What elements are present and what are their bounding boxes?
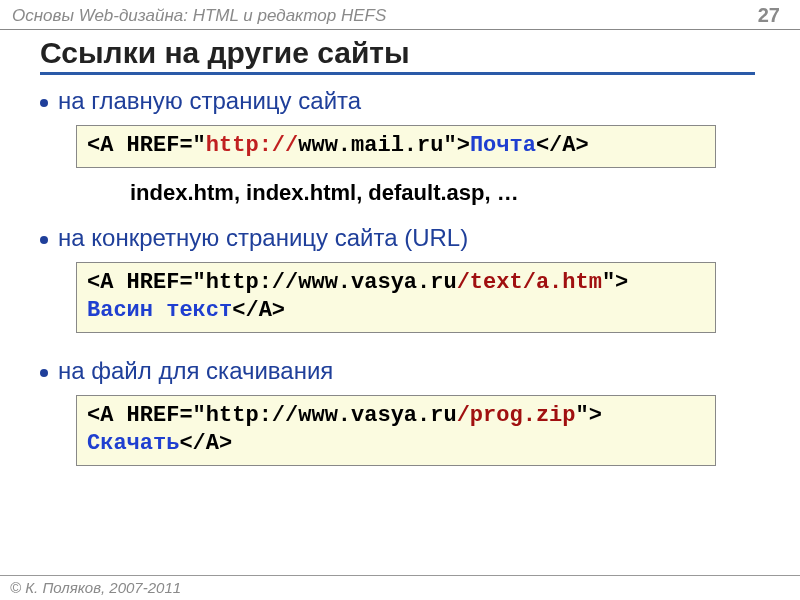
bullet-1: на главную страницу сайта bbox=[40, 87, 770, 115]
code3-p5: </A> bbox=[179, 431, 232, 456]
code1-protocol: http:// bbox=[206, 133, 298, 158]
page-number: 27 bbox=[758, 4, 780, 27]
header-bar: Основы Web-дизайна: HTML и редактор HEFS… bbox=[0, 0, 800, 30]
code2-p5: </A> bbox=[232, 298, 285, 323]
code-block-2: <A HREF="http://www.vasya.ru/text/a.htm"… bbox=[76, 262, 716, 333]
code3-path: /prog.zip bbox=[457, 403, 576, 428]
code2-path: /text/a.htm bbox=[457, 270, 602, 295]
code2-p1: <A HREF="http://www.vasya.ru bbox=[87, 270, 457, 295]
code2-linktext: Васин текст bbox=[87, 298, 232, 323]
code3-p3: "> bbox=[576, 403, 602, 428]
bullet-2-text: на конкретную страницу сайта (URL) bbox=[58, 224, 468, 252]
note-default-pages: index.htm, index.html, default.asp, … bbox=[130, 180, 770, 206]
slide-title: Ссылки на другие сайты bbox=[40, 36, 755, 75]
bullet-dot-icon bbox=[40, 99, 48, 107]
code1-p1: <A HREF=" bbox=[87, 133, 206, 158]
code1-linktext: Почта bbox=[470, 133, 536, 158]
code2-p3: "> bbox=[602, 270, 628, 295]
code3-linktext: Скачать bbox=[87, 431, 179, 456]
bullet-dot-icon bbox=[40, 236, 48, 244]
footer-divider bbox=[0, 575, 800, 576]
code3-p1: <A HREF="http://www.vasya.ru bbox=[87, 403, 457, 428]
bullet-2: на конкретную страницу сайта (URL) bbox=[40, 224, 770, 252]
slide-content: на главную страницу сайта <A HREF="http:… bbox=[0, 75, 800, 466]
course-title: Основы Web-дизайна: HTML и редактор HEFS bbox=[12, 6, 386, 26]
copyright-footer: © К. Поляков, 2007-2011 bbox=[10, 579, 181, 596]
code1-p3: www.mail.ru"> bbox=[298, 133, 470, 158]
code-block-3: <A HREF="http://www.vasya.ru/prog.zip"> … bbox=[76, 395, 716, 466]
code1-p5: </A> bbox=[536, 133, 589, 158]
bullet-3-text: на файл для скачивания bbox=[58, 357, 333, 385]
bullet-3: на файл для скачивания bbox=[40, 357, 770, 385]
bullet-1-text: на главную страницу сайта bbox=[58, 87, 361, 115]
bullet-dot-icon bbox=[40, 369, 48, 377]
code-block-1: <A HREF="http://www.mail.ru">Почта</A> bbox=[76, 125, 716, 168]
